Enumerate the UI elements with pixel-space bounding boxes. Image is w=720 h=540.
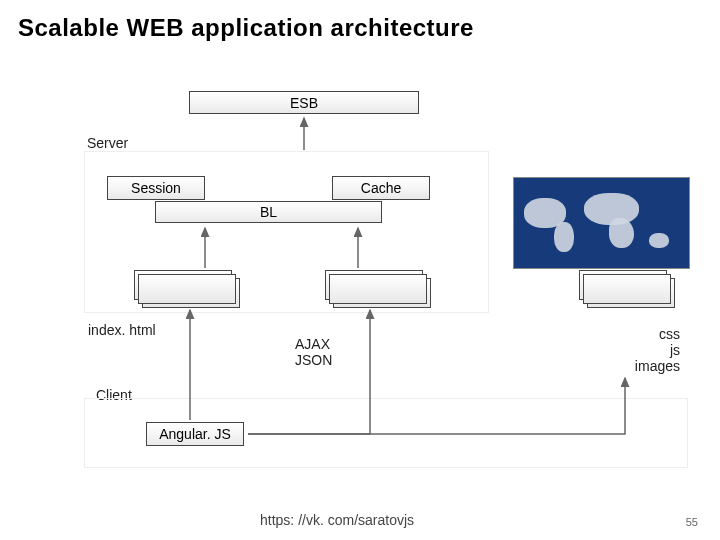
bl-box: BL [155, 201, 382, 223]
angularjs-box: Angular. JS [146, 422, 244, 446]
cache-box: Cache [332, 176, 430, 200]
json-label: JSON [295, 352, 332, 368]
session-box: Session [107, 176, 205, 200]
aspnet-stack: ASP. NET [142, 278, 240, 308]
css-label: css [636, 326, 680, 342]
page-number: 55 [686, 516, 698, 528]
webapi-label: Web. Api [333, 278, 431, 308]
footer-link: https: //vk. com/saratovjs [260, 512, 414, 528]
webapi-stack: Web. Api [333, 278, 431, 308]
cdn-stack: CDN [587, 278, 675, 308]
aspnet-label: ASP. NET [142, 278, 240, 308]
cdn-label: CDN [587, 278, 675, 308]
esb-box: ESB [189, 91, 419, 114]
world-map-image [513, 177, 690, 269]
server-label: Server [87, 135, 128, 151]
indexhtml-label: index. html [88, 322, 156, 338]
js-label: js [636, 342, 680, 358]
ajax-label: AJAX [295, 336, 330, 352]
images-label: images [625, 358, 680, 374]
slide-title: Scalable WEB application architecture [18, 14, 474, 42]
